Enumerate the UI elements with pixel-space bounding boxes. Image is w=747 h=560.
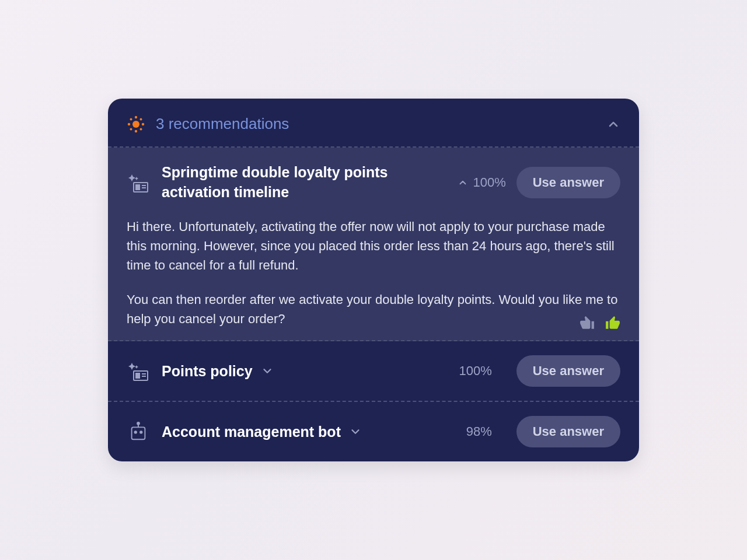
header-left: 3 recommendations <box>127 115 289 134</box>
chevron-down-icon <box>261 365 274 377</box>
confidence-value: 98% <box>466 424 492 439</box>
article-sparkle-icon <box>127 359 150 383</box>
svg-point-1 <box>135 116 137 118</box>
confidence-value: 100% <box>459 363 491 379</box>
svg-point-2 <box>135 130 137 132</box>
svg-rect-17 <box>132 428 145 440</box>
confidence-indicator[interactable]: 100% <box>458 175 505 190</box>
svg-point-6 <box>140 118 142 120</box>
body-paragraph: Hi there. Unfortunately, activating the … <box>127 217 620 275</box>
svg-point-19 <box>137 422 139 425</box>
panel-header: 3 recommendations <box>108 99 639 148</box>
svg-point-7 <box>130 128 132 130</box>
svg-rect-10 <box>135 184 140 190</box>
use-answer-button[interactable]: Use answer <box>516 355 620 387</box>
svg-point-3 <box>128 123 130 125</box>
svg-point-20 <box>135 431 137 433</box>
thumbs-up-button[interactable] <box>605 316 620 331</box>
svg-point-0 <box>132 121 139 128</box>
recommendation-body: Hi there. Unfortunately, activating the … <box>127 217 620 328</box>
recommendation-title: Account management bot <box>162 424 341 440</box>
use-answer-button[interactable]: Use answer <box>516 167 620 198</box>
use-answer-button[interactable]: Use answer <box>516 416 620 447</box>
recommendation-title: Springtime double loyalty points activat… <box>162 163 446 202</box>
bot-icon <box>127 421 150 443</box>
chevron-down-icon <box>349 425 362 438</box>
recommendation-collapsed[interactable]: Points policy 100% Use answer <box>108 341 639 402</box>
recommendation-expanded: Springtime double loyalty points activat… <box>108 148 639 342</box>
confidence-value: 100% <box>473 175 505 190</box>
body-paragraph: You can then reorder after we activate y… <box>127 290 620 328</box>
svg-point-8 <box>140 128 142 130</box>
recommendation-title: Points policy <box>162 363 253 380</box>
chevron-up-icon <box>458 177 468 188</box>
collapse-panel-button[interactable] <box>606 117 620 131</box>
svg-point-4 <box>142 123 144 125</box>
thumbs-down-button[interactable] <box>580 316 595 331</box>
recommendation-header: Springtime double loyalty points activat… <box>127 163 620 202</box>
svg-point-5 <box>130 118 132 120</box>
recommendations-panel: 3 recommendations <box>108 99 639 462</box>
feedback-controls <box>580 316 620 331</box>
svg-point-21 <box>140 431 142 433</box>
article-sparkle-icon <box>127 171 150 194</box>
title-group: Points policy <box>162 363 447 380</box>
recommendation-collapsed[interactable]: Account management bot 98% Use answer <box>108 402 639 461</box>
recommendation-actions: 100% Use answer <box>458 167 620 198</box>
panel-title: 3 recommendations <box>156 115 289 133</box>
sun-icon <box>127 115 145 134</box>
svg-rect-14 <box>135 373 140 379</box>
title-group: Account management bot <box>162 424 455 440</box>
